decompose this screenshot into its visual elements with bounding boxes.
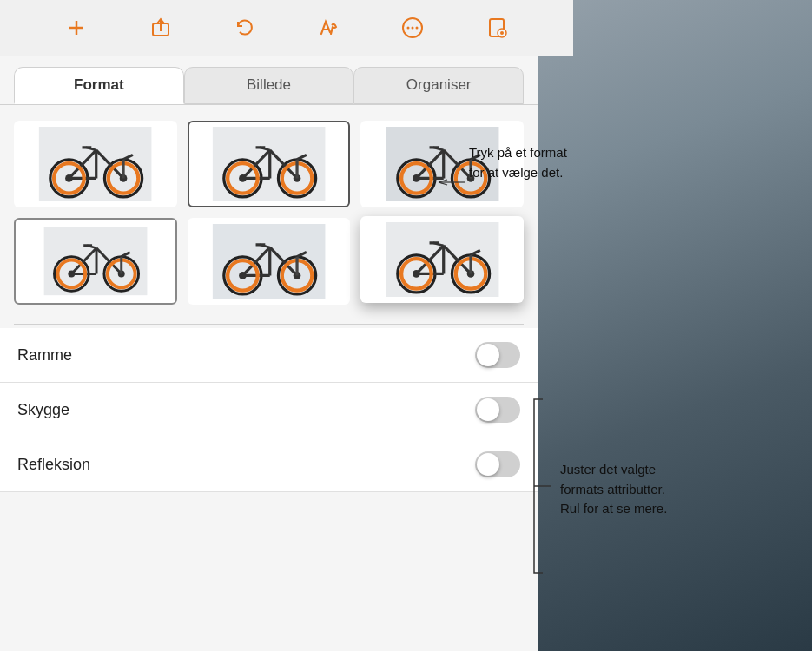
style-item-4[interactable] bbox=[14, 218, 177, 305]
skygge-toggle[interactable] bbox=[475, 397, 520, 423]
refleksion-label: Refleksion bbox=[17, 456, 90, 474]
tab-billede[interactable]: Billede bbox=[184, 67, 354, 104]
format-panel: Format Billede Organiser bbox=[0, 56, 538, 651]
style-item-6[interactable] bbox=[360, 216, 524, 303]
style-item-5[interactable] bbox=[188, 218, 351, 305]
divider-1 bbox=[14, 324, 524, 325]
share-button[interactable] bbox=[142, 9, 180, 47]
toggle-row-ramme: Ramme bbox=[0, 328, 538, 383]
undo-button[interactable] bbox=[226, 9, 264, 47]
style-item-2[interactable] bbox=[188, 121, 351, 207]
skygge-label: Skygge bbox=[17, 401, 69, 419]
refleksion-toggle[interactable] bbox=[475, 451, 520, 477]
panel-tabs: Format Billede Organiser bbox=[0, 56, 538, 105]
svg-point-7 bbox=[411, 27, 413, 30]
ramme-toggle[interactable] bbox=[475, 342, 520, 368]
style-item-1[interactable] bbox=[14, 121, 177, 207]
more-button[interactable] bbox=[393, 9, 432, 47]
ramme-label: Ramme bbox=[17, 346, 72, 365]
format-button[interactable] bbox=[309, 9, 347, 47]
tab-format[interactable]: Format bbox=[14, 67, 184, 104]
styles-grid bbox=[0, 105, 538, 320]
add-button[interactable] bbox=[57, 9, 96, 47]
document-button[interactable] bbox=[478, 9, 516, 47]
svg-point-11 bbox=[500, 31, 504, 35]
toolbar bbox=[0, 0, 573, 56]
svg-point-8 bbox=[415, 27, 418, 30]
tab-organiser[interactable]: Organiser bbox=[353, 67, 524, 104]
toggle-row-skygge: Skygge bbox=[0, 383, 538, 437]
style-item-3[interactable] bbox=[360, 121, 524, 207]
toggle-row-refleksion: Refleksion bbox=[0, 437, 538, 492]
svg-point-6 bbox=[406, 27, 409, 30]
svg-line-4 bbox=[331, 27, 333, 34]
